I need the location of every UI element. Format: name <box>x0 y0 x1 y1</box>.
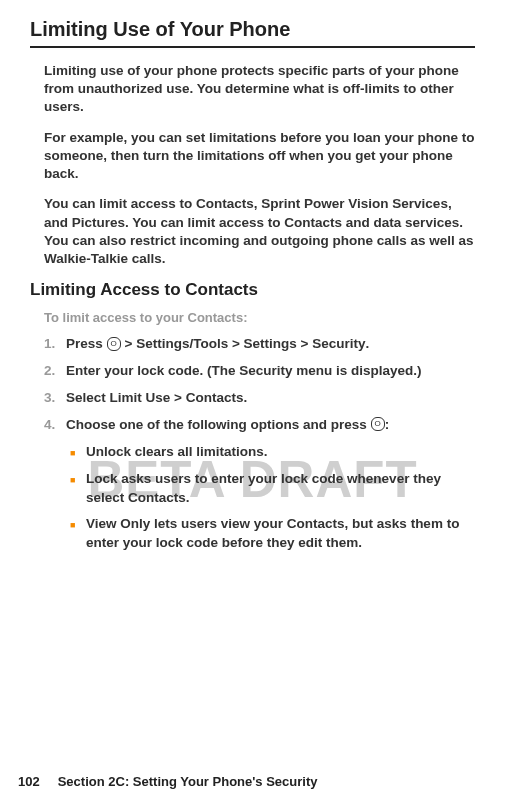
page-number: 102 <box>18 774 40 789</box>
bold-text: Unlock <box>86 444 131 459</box>
bullet-unlock: ■ Unlock clears all limitations. <box>70 443 475 462</box>
text-fragment: lets users view your <box>150 516 287 531</box>
text-fragment: . <box>186 490 190 505</box>
intro-paragraph-2: For example, you can set limitations bef… <box>44 129 475 184</box>
step-2: 2. Enter your lock code. (The Security m… <box>44 362 475 381</box>
bullet-lock: ■ Lock asks users to enter your lock cod… <box>70 470 475 508</box>
bullet-marker-icon: ■ <box>70 519 86 553</box>
intro-paragraph-1: Limiting use of your phone protects spec… <box>44 62 475 117</box>
bullet-marker-icon: ■ <box>70 474 86 508</box>
step-text: Choose one of the following options and … <box>66 416 475 435</box>
bullet-text: Unlock clears all limitations. <box>86 443 475 462</box>
bullet-text: Lock asks users to enter your lock code … <box>86 470 475 508</box>
bold-text: Contacts <box>287 516 345 531</box>
sub-heading: Limiting Access to Contacts <box>30 280 475 300</box>
step-number: 2. <box>44 362 66 381</box>
heading-divider <box>30 46 475 48</box>
key-icon: O <box>371 417 385 431</box>
text-fragment: Press <box>66 336 107 351</box>
text-fragment: Choose one of the following options and … <box>66 417 371 432</box>
intro-paragraph-3: You can limit access to Contacts, Sprint… <box>44 195 475 268</box>
sub-intro: To limit access to your Contacts: <box>44 310 475 325</box>
main-heading: Limiting Use of Your Phone <box>30 18 475 41</box>
bullet-view-only: ■ View Only lets users view your Contact… <box>70 515 475 553</box>
step-number: 1. <box>44 335 66 354</box>
bold-text: Limit Use > Contacts <box>110 390 244 405</box>
text-fragment: : <box>385 417 390 432</box>
text-fragment: . <box>243 390 247 405</box>
bold-text: Lock <box>86 471 118 486</box>
page-footer: 102Section 2C: Setting Your Phone's Secu… <box>18 774 317 789</box>
key-icon: O <box>107 337 121 351</box>
text-fragment: clears all limitations. <box>131 444 268 459</box>
footer-section-label: Section 2C: Setting Your Phone's Securit… <box>58 774 318 789</box>
step-1: 1. Press O > Settings/Tools > Settings >… <box>44 335 475 354</box>
step-number: 3. <box>44 389 66 408</box>
text-fragment: Select <box>66 390 110 405</box>
bullet-marker-icon: ■ <box>70 447 86 462</box>
text-fragment: . <box>365 336 369 351</box>
step-4: 4. Choose one of the following options a… <box>44 416 475 435</box>
step-text: Press O > Settings/Tools > Settings > Se… <box>66 335 475 354</box>
bullet-text: View Only lets users view your Contacts,… <box>86 515 475 553</box>
step-3: 3. Select Limit Use > Contacts. <box>44 389 475 408</box>
step-text: Enter your lock code. (The Security menu… <box>66 362 475 381</box>
bold-text: Contacts <box>128 490 186 505</box>
step-text: Select Limit Use > Contacts. <box>66 389 475 408</box>
step-number: 4. <box>44 416 66 435</box>
bold-text: View Only <box>86 516 150 531</box>
page-content: Limiting Use of Your Phone Limiting use … <box>30 18 475 553</box>
bold-text: > Settings/Tools > Settings > Security <box>121 336 366 351</box>
